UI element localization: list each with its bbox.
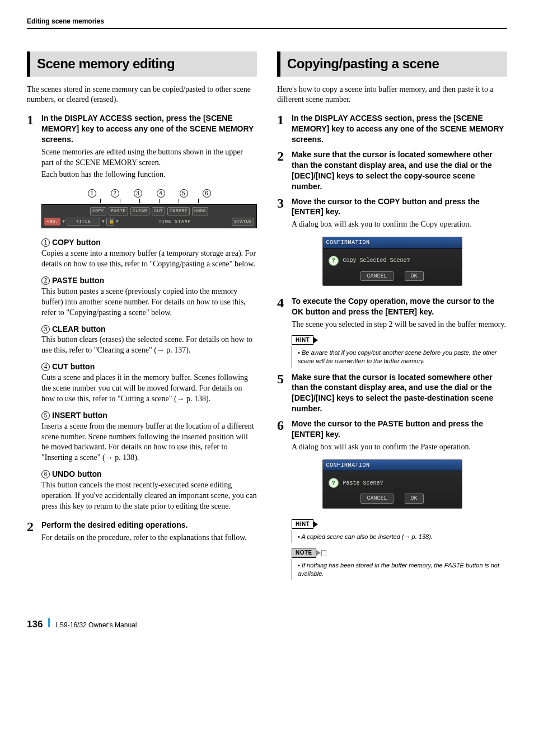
no-tag: +NO. <box>44 218 60 226</box>
note-tag: NOTE <box>292 548 316 558</box>
copy-confirmation-dialog-figure: CONFIRMATION ? Copy Selected Scene? CANC… <box>277 237 507 286</box>
paste-button[interactable]: PASTE <box>109 207 128 215</box>
ref-num: 4 <box>41 363 50 371</box>
status-header[interactable]: STATUS <box>232 218 254 226</box>
btn-desc: This button clears (erases) the selected… <box>41 335 257 356</box>
btn-name: CUT button <box>52 362 95 371</box>
step-head: Move the cursor to the PASTE button and … <box>292 419 507 440</box>
btn-name: UNDO button <box>52 469 102 478</box>
ref-num: 5 <box>41 411 50 420</box>
hint-tag: HINT <box>292 335 313 345</box>
lock-icon[interactable]: 🔒 <box>106 218 114 226</box>
ref-num: 2 <box>41 276 50 285</box>
callout-5: 5 <box>180 189 188 198</box>
btn-desc: Inserts a scene from the memory buffer a… <box>41 421 257 464</box>
ui-bar: COPY PASTE CLEAR CUT INSERT UNDO +NO. ▼ … <box>41 204 257 229</box>
left-step-2: 2 Perform the desired editing operations… <box>27 520 257 543</box>
step-number: 4 <box>277 296 292 330</box>
hint-text: Be aware that if you copy/cut another sc… <box>298 349 507 365</box>
left-column: Scene memory editing The scenes stored i… <box>27 51 257 585</box>
step-desc: A dialog box will ask you to confirm the… <box>292 442 507 453</box>
page-footer: 136 LS9-16/32 Owner's Manual <box>27 618 507 631</box>
confirmation-dialog: CONFIRMATION ? Copy Selected Scene? CANC… <box>322 237 462 286</box>
step-head: To execute the Copy operation, move the … <box>292 296 507 317</box>
ref-num: 3 <box>41 325 50 334</box>
confirmation-dialog: CONFIRMATION ? Paste Scene? CANCEL OK <box>322 459 462 509</box>
title-header[interactable]: TITLE <box>67 218 100 226</box>
step-head: Make sure that the cursor is located som… <box>292 149 507 192</box>
hint-2: HINT A copied scene can also be inserted… <box>292 519 507 543</box>
note-flag-icon <box>321 550 326 556</box>
note-1: NOTE If nothing has been stored in the b… <box>292 547 507 580</box>
section-title-right: Copying/pasting a scene <box>277 51 507 76</box>
step-number: 5 <box>277 372 292 415</box>
dialog-message: Copy Selected Scene? <box>343 257 410 265</box>
step-number: 2 <box>27 520 41 543</box>
right-intro: Here's how to copy a scene into buffer m… <box>277 84 507 106</box>
right-step-1: 1 In the DISPLAY ACCESS section, press t… <box>277 113 507 145</box>
clear-button[interactable]: CLEAR <box>130 207 150 215</box>
btn-name: COPY button <box>52 238 101 247</box>
note-text: If nothing has been stored in the buffer… <box>298 561 507 578</box>
question-icon: ? <box>329 256 339 266</box>
cancel-button[interactable]: CANCEL <box>360 271 393 281</box>
ref-num: 1 <box>41 238 50 247</box>
timestamp-header[interactable]: TIME STAMP <box>119 219 231 225</box>
insert-button[interactable]: INSERT <box>167 207 190 215</box>
btn-copy-block: 1COPY button Copies a scene into a memor… <box>41 237 257 270</box>
callout-4: 4 <box>157 189 165 198</box>
cut-button[interactable]: CUT <box>152 207 165 215</box>
ref-num: 6 <box>41 470 50 478</box>
btn-name: CLEAR button <box>52 325 106 334</box>
callout-6: 6 <box>203 189 211 198</box>
undo-button[interactable]: UNDO <box>192 207 208 215</box>
callout-2: 2 <box>111 189 119 198</box>
copy-button[interactable]: COPY <box>90 207 106 215</box>
scene-memory-ui-figure: 1 2 3 4 5 6 COPY PASTE CLEAR CUT INSERT … <box>41 189 257 229</box>
sort-arrow-icon[interactable]: ▼ <box>115 219 119 225</box>
btn-paste-block: 2PASTE button This button pastes a scene… <box>41 275 257 318</box>
footer-divider-icon <box>48 618 50 627</box>
ok-button[interactable]: OK <box>405 271 424 281</box>
hint-tag: HINT <box>292 519 313 529</box>
right-step-4: 4 To execute the Copy operation, move th… <box>277 296 507 330</box>
step-number: 6 <box>277 419 292 453</box>
step-head: Make sure that the cursor is located som… <box>292 372 507 415</box>
step-desc-2: Each button has the following function. <box>41 170 257 180</box>
content-columns: Scene memory editing The scenes stored i… <box>27 51 507 585</box>
hint-1: HINT Be aware that if you copy/cut anoth… <box>292 335 507 368</box>
btn-undo-block: 6UNDO button This button cancels the mos… <box>41 469 257 512</box>
ok-button[interactable]: OK <box>405 494 424 504</box>
right-step-2: 2 Make sure that the cursor is located s… <box>277 149 507 192</box>
sort-arrow-icon[interactable]: ▼ <box>62 219 65 225</box>
step-head: Perform the desired editing operations. <box>41 520 257 530</box>
cancel-button[interactable]: CANCEL <box>360 494 393 504</box>
btn-insert-block: 5INSERT button Inserts a scene from the … <box>41 410 257 463</box>
left-step-1: 1 In the DISPLAY ACCESS section, press t… <box>27 113 257 180</box>
right-column: Copying/pasting a scene Here's how to co… <box>277 51 507 585</box>
right-step-3: 3 Move the cursor to the COPY button and… <box>277 196 507 231</box>
btn-desc: This button cancels the most recently-ex… <box>41 480 257 512</box>
step-desc: A dialog box will ask you to confirm the… <box>292 219 507 230</box>
step-head: In the DISPLAY ACCESS section, press the… <box>41 113 257 145</box>
btn-desc: Cuts a scene and places it in the memory… <box>41 373 257 405</box>
right-step-5: 5 Make sure that the cursor is located s… <box>277 372 507 415</box>
paste-confirmation-dialog-figure: CONFIRMATION ? Paste Scene? CANCEL OK <box>277 459 507 509</box>
step-desc: Scene memories are edited using the butt… <box>41 147 257 168</box>
step-desc: For details on the procedure, refer to t… <box>41 533 257 543</box>
sort-arrow-icon[interactable]: ▼ <box>101 219 105 225</box>
btn-desc: This button pastes a scene (previously c… <box>41 287 257 318</box>
page-number: 136 <box>27 618 43 631</box>
header-title: Editing scene memories <box>27 17 104 25</box>
btn-clear-block: 3CLEAR button This button clears (erases… <box>41 324 257 356</box>
section-title-left: Scene memory editing <box>27 51 257 76</box>
hint-text: A copied scene can also be inserted (→ p… <box>298 533 507 541</box>
left-intro: The scenes stored in scene memory can be… <box>27 84 257 106</box>
right-step-6: 6 Move the cursor to the PASTE button an… <box>277 419 507 453</box>
dialog-message: Paste Scene? <box>343 480 383 487</box>
dialog-title: CONFIRMATION <box>323 460 462 472</box>
step-head: In the DISPLAY ACCESS section, press the… <box>292 113 507 145</box>
btn-cut-block: 4CUT button Cuts a scene and places it i… <box>41 361 257 405</box>
step-number: 3 <box>277 196 292 231</box>
dialog-title: CONFIRMATION <box>323 237 462 249</box>
